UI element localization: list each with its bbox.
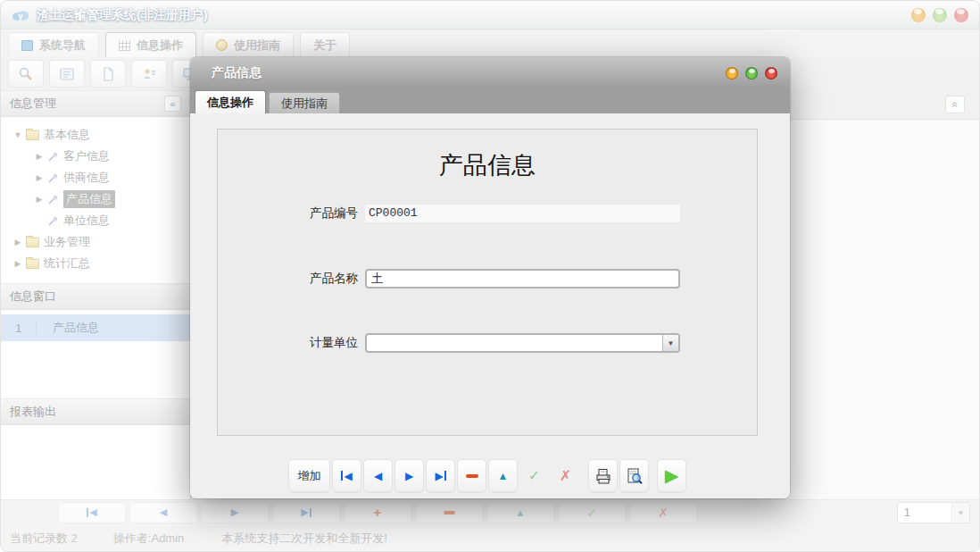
info-window-header: 信息窗口 [1,283,190,310]
row-label: 产品信息 [37,320,99,336]
prior-record-button[interactable]: ◀ [129,502,197,523]
prior-record-icon: ◀ [160,506,167,518]
dialog-title: 产品信息 [212,65,262,81]
tree-label-selected: 产品信息 [63,190,115,208]
first-record-button[interactable]: ◀ [332,459,361,492]
db-navigator-bar: ◀ ◀ ▶ ▶ + ▲ ✓ ✗ 1 ▼ [1,499,979,524]
document-button[interactable] [90,60,126,88]
tab-info-operation[interactable]: 信息操作 [105,32,196,57]
dialog-maximize-button[interactable] [745,67,758,79]
prior-record-icon: ◀ [374,470,382,482]
next-record-button[interactable]: ▶ [201,502,269,523]
dialog-title-bar: 产品信息 [190,57,790,88]
blue-square-icon [21,40,33,51]
first-record-button[interactable]: ◀ [58,502,126,523]
list-icon [58,66,76,82]
app-window: y 渣土运输管理系统(非注册用户) 系统导航 信息操作 使用指南 关于 [0,0,980,552]
last-record-button[interactable]: ▶ [272,502,340,523]
title-bar: y 渣土运输管理系统(非注册用户) [1,1,979,29]
product-name-label: 产品名称 [310,271,365,287]
svg-text:y: y [19,12,23,21]
print-preview-button[interactable] [619,459,649,492]
window-title: 渣土运输管理系统(非注册用户) [37,7,208,23]
prior-record-button[interactable]: ◀ [363,459,393,492]
search-button[interactable] [8,60,44,88]
dialog-button-bar: 增加 ◀ ◀ ▶ ▶ ▲ [288,459,686,492]
tab-label: 使用指南 [234,38,280,54]
chevron-down-icon[interactable]: ▼ [951,503,969,523]
maximize-button[interactable] [933,8,947,22]
cancel-record-button[interactable]: ✗ [629,502,697,523]
delete-record-button[interactable] [415,502,483,523]
tree-item-supplier-info[interactable]: ▶ 供商信息 [1,167,190,188]
tree-item-product-info[interactable]: ▶ 产品信息 [1,188,190,210]
tab-label: 信息操作 [137,38,183,54]
search-icon [17,66,35,82]
product-name-row: 产品名称 [310,269,680,289]
dialog-close-button[interactable] [765,67,777,79]
dialog-tab-info-operation[interactable]: 信息操作 [195,90,266,113]
tab-system-nav[interactable]: 系统导航 [8,32,99,57]
post-icon: ✓ [586,506,597,520]
edit-record-button[interactable]: ▲ [488,459,518,492]
expander-right-icon[interactable]: ▶ [12,238,24,247]
folder-icon [26,130,39,140]
minimize-button[interactable] [911,8,926,22]
tree-label: 供商信息 [63,170,110,186]
app-logo-icon: y [12,8,29,21]
expander-right-icon[interactable]: ▶ [33,173,46,182]
tree-item-basic-info[interactable]: ▼ 基本信息 [1,124,190,146]
run-button[interactable]: ▶ [657,459,686,492]
dialog-tab-user-guide[interactable]: 使用指南 [269,92,340,113]
tree-item-statistics[interactable]: ▶ 统计汇总 [1,253,190,274]
add-button[interactable]: 增加 [288,459,330,492]
user-button[interactable] [131,60,167,88]
expander-right-icon[interactable]: ▶ [33,195,46,204]
next-record-icon: ▶ [231,506,238,518]
tab-about[interactable]: 关于 [300,32,350,57]
close-button[interactable] [954,8,968,22]
dialog-tab-label: 信息操作 [207,95,253,111]
expander-right-icon[interactable]: ▶ [33,152,46,161]
expander-down-icon[interactable]: ▼ [12,130,24,139]
sidebar-collapse-button[interactable]: « [164,96,181,112]
tool-icon [47,151,59,163]
ribbon-tab-bar: 系统导航 信息操作 使用指南 关于 [1,29,979,57]
tool-icon [47,172,59,184]
next-record-button[interactable]: ▶ [394,459,424,492]
panel-collapse-up-button[interactable]: « [945,96,965,113]
tree-item-customer-info[interactable]: ▶ 客户信息 [1,146,190,167]
document-icon [99,66,117,82]
print-button[interactable] [588,459,618,492]
dialog-minimize-button[interactable] [726,67,738,79]
chevron-down-icon[interactable]: ▼ [662,335,678,351]
post-record-button[interactable]: ✓ [519,459,549,492]
print-icon [594,467,613,485]
last-record-button[interactable]: ▶ [426,459,455,492]
row-index: 1 [1,322,37,335]
product-name-input[interactable] [365,269,680,289]
tree-item-business-manage[interactable]: ▶ 业务管理 [1,231,190,253]
insert-record-button[interactable]: + [344,502,411,523]
tree-item-unit-info[interactable]: 单位信息 [1,210,190,231]
expander-right-icon[interactable]: ▶ [12,259,24,268]
first-record-icon: ◀ [87,506,96,518]
tool-icon [47,215,59,227]
report-output-title: 报表输出 [10,404,56,420]
delete-record-button[interactable] [457,459,486,492]
tab-user-guide[interactable]: 使用指南 [203,32,294,57]
cancel-icon: ✗ [560,467,571,484]
cancel-icon: ✗ [658,506,669,520]
cancel-record-button[interactable]: ✗ [551,459,580,492]
record-number-combo[interactable]: 1 ▼ [897,502,970,523]
next-record-icon: ▶ [405,470,413,482]
unit-combobox[interactable]: ▼ [365,333,680,353]
tree-label: 统计汇总 [44,255,90,272]
edit-record-button[interactable]: ▲ [486,502,554,523]
run-icon: ▶ [665,465,678,486]
post-record-button[interactable]: ✓ [558,502,626,523]
folder-icon [26,238,39,247]
open-window-row[interactable]: 1 产品信息 [1,314,190,341]
status-bar: 当前记录数 2 操作者:Admin 本系统支持二次开发和全新开发! [1,524,979,552]
list-view-button[interactable] [49,60,85,88]
